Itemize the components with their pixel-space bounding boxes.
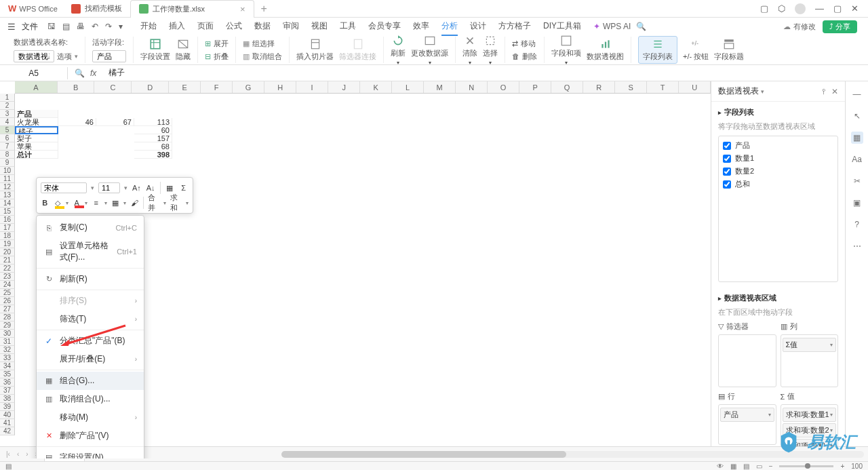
menu-expand[interactable]: 展开/折叠(E)› <box>37 350 144 368</box>
user-icon[interactable] <box>795 3 806 14</box>
row-header[interactable]: 18 <box>0 232 15 240</box>
collapse-button[interactable]: ⊟折叠 <box>205 52 229 62</box>
row-header[interactable]: 21 <box>0 256 15 265</box>
tab-analyze[interactable]: 分析 <box>441 18 458 36</box>
tab-diy[interactable]: DIY工具箱 <box>543 18 581 36</box>
menu-subtotal[interactable]: ✓分类汇总"产品"(B) <box>37 332 144 350</box>
select-tool-icon[interactable]: ↖ <box>851 110 863 122</box>
change-src-button[interactable]: 更改数据源▾ <box>411 35 448 66</box>
menu-group[interactable]: ▦组合(G)... <box>37 372 144 390</box>
options-button[interactable]: 选项 <box>57 52 72 62</box>
redo-icon[interactable]: ↷ <box>105 22 112 31</box>
menu-filter[interactable]: 筛选(T)› <box>37 310 144 328</box>
row-header[interactable]: 5 <box>0 126 15 134</box>
chevron-down-icon[interactable]: ▾ <box>85 200 87 206</box>
hide-button[interactable]: 隐藏 <box>176 38 191 62</box>
tab-formula[interactable]: 公式 <box>226 18 242 36</box>
style-icon[interactable]: Aa <box>851 153 863 165</box>
border-icon[interactable]: ▦ <box>111 197 119 208</box>
share-button[interactable]: ⤴ 分享 <box>823 20 857 33</box>
chevron-down-icon[interactable]: ▾ <box>104 200 107 206</box>
sum-label[interactable]: 求和 <box>170 197 182 208</box>
cell[interactable]: 68 <box>134 142 172 151</box>
move-button[interactable]: ⇄移动 <box>512 39 536 49</box>
tab-close-icon[interactable]: × <box>240 4 245 14</box>
zoom-slider[interactable] <box>779 465 833 467</box>
tab-workbook[interactable]: 工作簿数量.xlsx× <box>130 0 254 18</box>
row-header[interactable]: 26 <box>0 297 15 305</box>
fill-color-icon[interactable]: ◇ <box>53 197 61 208</box>
menu-move[interactable]: 移动(M)› <box>37 408 144 427</box>
row-header[interactable]: 11 <box>0 175 15 183</box>
pivot-side-icon[interactable]: ▦ <box>851 132 863 144</box>
expand-button[interactable]: ⊞展开 <box>205 39 229 49</box>
field-item[interactable]: 数量2 <box>722 165 835 178</box>
minimize-icon[interactable]: — <box>815 3 824 14</box>
menu-sort[interactable]: 排序(S)› <box>37 292 144 310</box>
row-header[interactable]: 41 <box>0 419 15 427</box>
select-button[interactable]: 选择▾ <box>483 35 498 66</box>
decrease-font-icon[interactable]: A↓ <box>146 182 156 193</box>
sheet-next-icon[interactable]: › <box>24 450 30 458</box>
row-header[interactable]: 9 <box>0 159 15 167</box>
chevron-down-icon[interactable]: ▾ <box>163 200 166 206</box>
row-header[interactable]: 29 <box>0 321 15 330</box>
pivot-name-input[interactable] <box>14 50 54 62</box>
area-tag[interactable]: 产品▾ <box>720 408 774 422</box>
view-normal-icon[interactable]: 👁 <box>717 463 724 470</box>
hamburger-icon[interactable]: ☰ <box>5 20 18 33</box>
cell[interactable]: 46 <box>58 118 96 126</box>
wps-ai-button[interactable]: ✦WPS AI <box>593 22 631 31</box>
minimize-side-icon[interactable]: — <box>851 88 863 100</box>
cell[interactable]: 产品 <box>15 110 58 118</box>
row-header[interactable]: 25 <box>0 289 15 297</box>
tab-insert[interactable]: 插入 <box>169 18 185 36</box>
row-header[interactable]: 7 <box>0 142 15 151</box>
row-header[interactable]: 10 <box>0 167 15 175</box>
tab-efficiency[interactable]: 效率 <box>413 18 429 36</box>
row-header[interactable]: 19 <box>0 240 15 248</box>
row-header[interactable]: 4 <box>0 118 15 126</box>
chevron-down-icon[interactable]: ▾ <box>91 184 94 191</box>
undo-icon[interactable]: ↶ <box>92 22 98 31</box>
sheet-first-icon[interactable]: |‹ <box>4 450 12 458</box>
layout-icon[interactable]: ▢ <box>760 3 768 14</box>
cube-icon[interactable]: ⬡ <box>778 3 785 14</box>
autosum-icon[interactable]: Σ <box>178 182 189 193</box>
row-header[interactable]: 39 <box>0 403 15 411</box>
view-read-icon[interactable]: ▭ <box>756 463 762 470</box>
menu-ungroup[interactable]: ▥取消组合(U)... <box>37 390 144 408</box>
zoom-in-icon[interactable]: + <box>840 463 844 470</box>
field-item[interactable]: 产品 <box>722 139 835 152</box>
tab-view[interactable]: 视图 <box>311 18 328 36</box>
file-menu[interactable]: 文件 <box>19 21 41 33</box>
row-header[interactable]: 40 <box>0 411 15 419</box>
formula-input[interactable]: 橘子 <box>103 66 868 80</box>
menu-format[interactable]: ▤设置单元格格式(F)...Ctrl+1 <box>37 237 144 267</box>
merge-label[interactable]: 合并 <box>148 197 159 208</box>
field-titles-button[interactable]: 字段标题 <box>714 38 744 62</box>
filter-conn-button[interactable]: 筛选器连接 <box>339 38 376 62</box>
fx-search-icon[interactable]: 🔍 <box>75 68 85 78</box>
fields-items-button[interactable]: 字段和项▾ <box>551 35 581 66</box>
row-header[interactable]: 15 <box>0 208 15 216</box>
field-settings-button[interactable]: 字段设置 <box>140 38 170 62</box>
chevron-down-icon[interactable]: ▾ <box>66 200 68 206</box>
print-preview-icon[interactable]: ▤ <box>62 22 70 31</box>
tab-templates[interactable]: 找稻壳模板 <box>63 0 130 18</box>
cell[interactable]: 157 <box>134 134 172 142</box>
zoom-value[interactable]: 100 <box>851 463 863 470</box>
cell[interactable]: 60 <box>134 126 172 134</box>
bold-icon[interactable]: B <box>41 197 49 208</box>
zoom-out-icon[interactable]: − <box>769 463 773 470</box>
row-header[interactable]: 2 <box>0 102 15 110</box>
row-header[interactable]: 14 <box>0 199 15 208</box>
row-header[interactable]: 32 <box>0 346 15 354</box>
dropdown-icon[interactable]: ▾ <box>119 22 123 31</box>
menu-delete[interactable]: ✕删除"产品"(V) <box>37 427 144 445</box>
tab-add-button[interactable]: + <box>254 3 274 15</box>
sheet-prev-icon[interactable]: ‹ <box>15 450 21 458</box>
chevron-down-icon[interactable]: ▾ <box>123 200 126 206</box>
field-list-button[interactable]: 字段列表 <box>638 36 677 64</box>
tab-tools[interactable]: 工具 <box>340 18 356 36</box>
